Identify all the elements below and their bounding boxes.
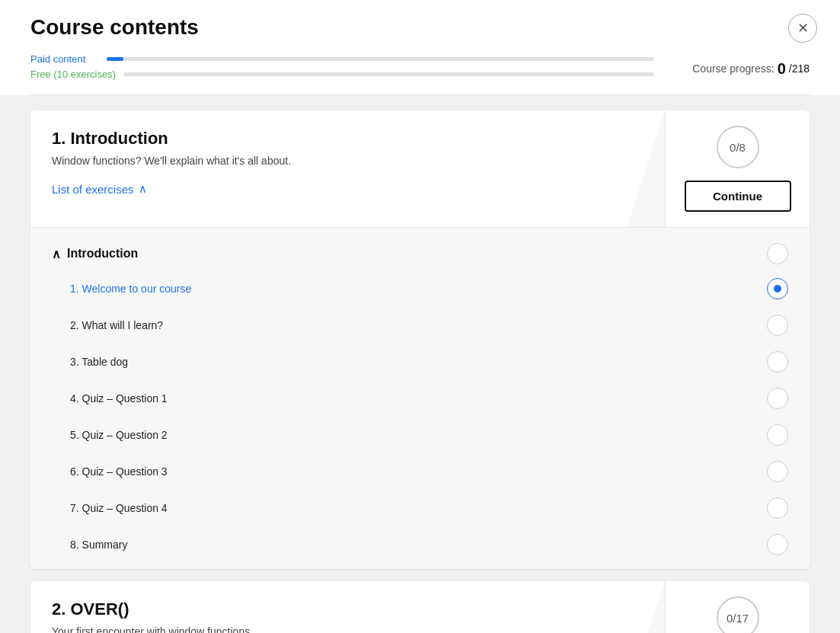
exercise-5-label: 5. Quiz – Question 2 xyxy=(70,429,168,441)
chevron-up-icon-1: ∧ xyxy=(139,182,147,196)
section-1-angled-divider xyxy=(627,110,665,227)
section-2-title-text: OVER() xyxy=(70,599,129,619)
paid-progress-track xyxy=(107,57,654,61)
list-of-exercises-label-1: List of exercises xyxy=(52,183,134,196)
exercise-6-label: 6. Quiz – Question 3 xyxy=(70,465,168,478)
section-1-desc: Window functions? We'll explain what it'… xyxy=(52,155,605,167)
section-2-header: 2. OVER() Your first encounter with wind… xyxy=(30,581,810,633)
top-bar-divider xyxy=(30,94,810,95)
free-progress-track xyxy=(123,72,654,76)
progress-bars: Paid content Free (10 exercises) xyxy=(30,53,654,84)
section-2-title: 2. OVER() xyxy=(52,599,605,619)
exercise-2-label: 2. What will I learn? xyxy=(70,319,163,331)
paid-progress-fill xyxy=(107,57,123,61)
paid-progress-row: Paid content xyxy=(30,53,654,65)
exercise-6-circle xyxy=(767,461,788,482)
free-progress-row: Free (10 exercises) xyxy=(30,69,654,80)
section-card-2: 2. OVER() Your first encounter with wind… xyxy=(30,581,810,633)
exercise-1-active-dot xyxy=(774,285,781,293)
exercise-7-circle xyxy=(767,497,788,519)
exercise-1-circle xyxy=(767,278,788,299)
exercise-4-label: 4. Quiz – Question 1 xyxy=(70,392,168,404)
section-1-progress-circle: 0/8 xyxy=(717,126,759,168)
free-label: Free (10 exercises) xyxy=(30,69,116,80)
section-2-progress-of: /17 xyxy=(733,612,749,625)
exercise-8-label: 8. Summary xyxy=(70,539,127,551)
course-progress: Course progress: 0 /218 xyxy=(669,60,810,78)
exercise-item-3[interactable]: 3. Table dog xyxy=(30,344,810,380)
close-button[interactable]: ✕ xyxy=(788,14,817,43)
chevron-down-icon-group: ∧ xyxy=(52,247,61,261)
section-2-right: 0/17 Continue xyxy=(665,581,810,633)
exercise-8-circle xyxy=(767,534,788,555)
section-1-header: 1. Introduction Window functions? We'll … xyxy=(30,110,810,227)
section-1-number: 1. xyxy=(52,129,65,148)
exercise-2-circle xyxy=(767,315,788,336)
section-1-progress-value: 0 xyxy=(730,141,736,154)
exercise-item-5[interactable]: 5. Quiz – Question 2 xyxy=(30,417,810,453)
exercise-5-circle xyxy=(767,424,788,446)
section-2-progress-value: 0 xyxy=(727,612,733,625)
main-content: 1. Introduction Window functions? We'll … xyxy=(0,95,840,633)
section-2-angled-divider xyxy=(627,581,665,633)
page-title: Course contents xyxy=(30,15,810,40)
course-progress-value: 0 xyxy=(778,60,786,78)
exercise-item-1[interactable]: 1. Welcome to our course xyxy=(30,270,810,307)
exercise-item-2[interactable]: 2. What will I learn? xyxy=(30,307,810,344)
section-2-text: 2. OVER() Your first encounter with wind… xyxy=(30,581,627,633)
close-icon: ✕ xyxy=(797,20,809,37)
course-progress-total: /218 xyxy=(789,62,810,75)
section-1-progress-of: /8 xyxy=(736,141,746,154)
exercise-item-8[interactable]: 8. Summary xyxy=(30,526,810,563)
section-1-text: 1. Introduction Window functions? We'll … xyxy=(30,110,627,227)
exercise-7-label: 7. Quiz – Question 4 xyxy=(70,502,168,514)
group-circle xyxy=(767,243,788,264)
exercise-3-circle xyxy=(767,351,788,372)
exercise-item-6[interactable]: 6. Quiz – Question 3 xyxy=(30,453,810,490)
list-of-exercises-btn-1[interactable]: List of exercises ∧ xyxy=(52,182,147,196)
course-progress-label: Course progress: xyxy=(692,62,774,75)
section-card-1: 1. Introduction Window functions? We'll … xyxy=(30,110,810,569)
progress-section: Paid content Free (10 exercises) Course … xyxy=(30,53,810,94)
section-1-right: 0/8 Continue xyxy=(665,110,810,227)
exercise-4-circle xyxy=(767,388,788,409)
exercise-item-7[interactable]: 7. Quiz – Question 4 xyxy=(30,490,810,526)
top-bar: Course contents ✕ Paid content Free (10 … xyxy=(0,0,840,95)
section-1-title-text: Introduction xyxy=(70,129,168,148)
exercise-1-label: 1. Welcome to our course xyxy=(70,283,191,295)
section-1-title: 1. Introduction xyxy=(52,129,605,149)
section-2-number: 2. xyxy=(52,599,65,619)
section-2-desc: Your first encounter with window functio… xyxy=(52,625,605,633)
section-1-group-introduction[interactable]: ∧ Introduction xyxy=(30,234,810,270)
exercise-3-label: 3. Table dog xyxy=(70,356,128,368)
group-introduction-label: Introduction xyxy=(67,247,138,261)
section-1-continue-btn[interactable]: Continue xyxy=(685,181,791,212)
paid-label: Paid content xyxy=(30,53,99,65)
section-2-progress-circle: 0/17 xyxy=(717,596,759,633)
exercise-item-4[interactable]: 4. Quiz – Question 1 xyxy=(30,380,810,417)
section-1-exercises-list: ∧ Introduction 1. Welcome to our course … xyxy=(30,227,810,569)
